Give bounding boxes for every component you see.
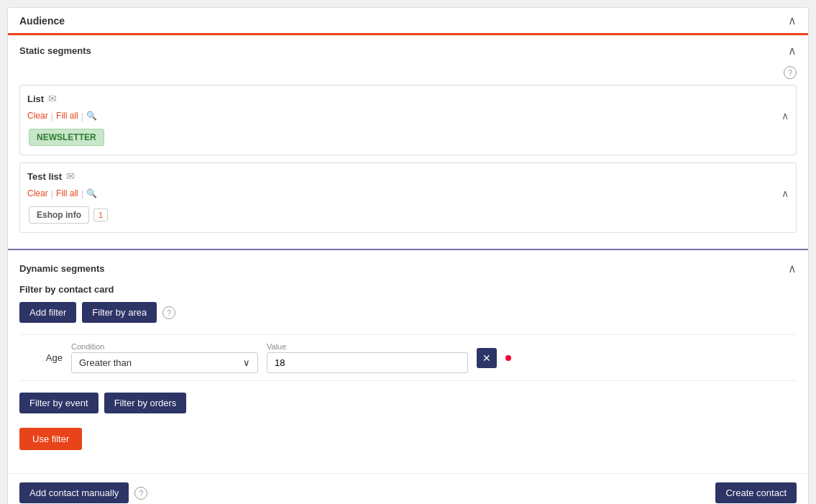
filter-row: Age Condition Greater than ∨ Value ✕: [19, 334, 797, 381]
footer-help-icon[interactable]: ?: [134, 487, 147, 500]
value-input[interactable]: [267, 352, 468, 373]
list1-tags: NEWSLETTER: [27, 127, 789, 147]
list1-clear-btn[interactable]: Clear: [27, 111, 48, 121]
list2-tag-eshop[interactable]: Eshop info: [29, 206, 89, 224]
dynamic-segments-section: Dynamic segments ∧ Filter by contact car…: [8, 250, 808, 473]
list2-tag-count: 1: [93, 209, 108, 221]
static-segments-help-icon[interactable]: ?: [784, 66, 797, 79]
condition-select[interactable]: Greater than ∨: [71, 352, 258, 373]
list1-tag-newsletter[interactable]: NEWSLETTER: [29, 129, 104, 146]
dynamic-segments-header: Dynamic segments ∧: [19, 262, 797, 275]
list1-controls: Clear | Fill all | 🔍 ∧: [27, 110, 789, 122]
condition-value: Greater than: [79, 357, 132, 368]
list2-email-icon: ✉: [66, 170, 75, 182]
list1-title: List: [27, 93, 44, 104]
filter-help-icon[interactable]: ?: [162, 306, 175, 319]
list1-box: List ✉ Clear | Fill all | 🔍 ∧ NEWSLETTER: [19, 85, 797, 155]
create-contact-button[interactable]: Create contact: [715, 482, 797, 503]
dynamic-segments-chevron-icon[interactable]: ∧: [788, 262, 797, 275]
footer-bar: Add contact manually ? Create contact: [8, 473, 808, 504]
filter-contact-label: Filter by contact card: [19, 284, 797, 295]
condition-wrapper: Condition Greater than ∨: [71, 342, 258, 373]
list2-search-icon[interactable]: 🔍: [86, 188, 97, 198]
list2-controls: Clear | Fill all | 🔍 ∧: [27, 188, 789, 199]
value-wrapper: Value: [267, 342, 468, 373]
static-segments-section: Static segments ∧ ? List ✉ Clear | Fill …: [8, 35, 808, 250]
close-icon: ✕: [482, 352, 491, 364]
main-container: Audience ∧ Static segments ∧ ? List ✉ Cl…: [7, 7, 809, 504]
list1-email-icon: ✉: [48, 93, 57, 104]
bottom-filter-buttons: Filter by event Filter by orders: [19, 393, 797, 413]
audience-title: Audience: [19, 15, 65, 27]
condition-chevron-icon: ∨: [243, 357, 250, 368]
filter-by-area-button[interactable]: Filter by area: [82, 302, 157, 323]
validation-dot: [505, 355, 511, 361]
static-segments-title: Static segments: [19, 45, 91, 56]
list1-search-icon[interactable]: 🔍: [86, 111, 97, 121]
filter-by-event-button[interactable]: Filter by event: [19, 393, 98, 413]
list2-fill-all-btn[interactable]: Fill all: [56, 188, 78, 198]
footer-left: Add contact manually ?: [19, 482, 147, 503]
list2-title: Test list: [27, 171, 62, 182]
filter-by-orders-button[interactable]: Filter by orders: [104, 393, 187, 413]
add-filter-button[interactable]: Add filter: [19, 302, 76, 323]
list2-clear-btn[interactable]: Clear: [27, 188, 48, 198]
list1-header: List ✉: [27, 93, 789, 104]
static-segments-chevron-icon[interactable]: ∧: [788, 44, 797, 58]
list1-fill-all-btn[interactable]: Fill all: [56, 111, 78, 121]
filter-buttons-row: Add filter Filter by area ?: [19, 302, 797, 323]
list1-collapse-btn[interactable]: ∧: [781, 110, 789, 122]
audience-chevron-icon: ∧: [788, 14, 797, 27]
delete-filter-button[interactable]: ✕: [477, 348, 497, 368]
audience-section-header[interactable]: Audience ∧: [8, 8, 808, 35]
filter-field-label: Age: [19, 352, 63, 363]
value-label-small: Value: [267, 342, 468, 351]
static-segments-header: Static segments ∧: [19, 44, 797, 58]
list2-box: Test list ✉ Clear | Fill all | 🔍 ∧ Eshop…: [19, 162, 797, 233]
list2-header: Test list ✉: [27, 170, 789, 182]
add-contact-manually-button[interactable]: Add contact manually: [19, 482, 129, 503]
list2-tags: Eshop info 1: [27, 205, 789, 225]
use-filter-button[interactable]: Use filter: [19, 428, 82, 450]
condition-label-small: Condition: [71, 342, 258, 351]
dynamic-segments-title: Dynamic segments: [19, 263, 105, 274]
list2-collapse-btn[interactable]: ∧: [781, 188, 789, 199]
